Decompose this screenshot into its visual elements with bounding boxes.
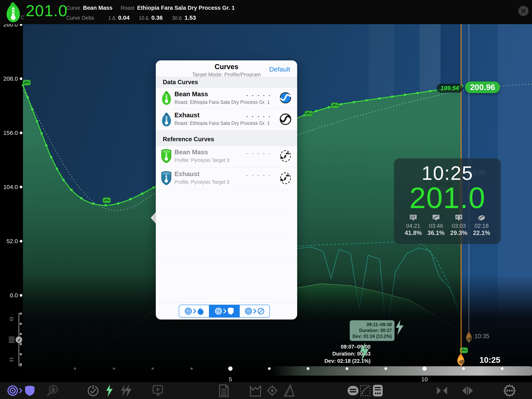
cupping-button[interactable] [347,386,359,396]
settings-gear-icon[interactable] [503,384,516,397]
popover-arrow [151,212,156,224]
crosshair-button[interactable] [266,384,279,397]
roast-event-badge[interactable] [23,80,31,85]
curve-scale-slider[interactable] [9,313,22,366]
flame-thermometer-teal-icon [161,112,172,127]
angle-marker-icon [455,214,463,222]
y-tick: 104.0 [0,184,18,190]
flame-icon [197,308,204,315]
hatch-marker-icon [409,214,417,222]
curve-visible-toggle-on[interactable] [280,92,291,104]
segment-target-flame[interactable] [179,305,209,317]
current-roast-time: 10:25 [479,355,500,365]
row-detail-dots [247,175,270,176]
reference-row-bean-mass[interactable]: Bean Mass Profile: Pyrolysis Target 3 [156,145,297,167]
snapshot-button[interactable] [360,384,371,397]
segment-target-none[interactable] [240,305,270,317]
phase-stat-drying: 04:21 41.8% [403,214,424,237]
phase-stat-maillard: 03:46 36.1% [425,214,447,237]
curve-visible-toggle-off[interactable] [280,113,291,125]
shield-icon [228,308,234,315]
default-button[interactable]: Default [269,65,290,73]
analyzer-button[interactable] [283,384,295,397]
roast-event-badge[interactable] [331,103,339,108]
collapse-time-button[interactable] [436,384,448,397]
slider-menu-icon[interactable] [9,337,15,342]
close-icon[interactable] [518,6,528,16]
curve-delta-label: Curve Delta [66,15,94,21]
y-tick: 52.0 [0,238,18,245]
reference-toggle-dashed[interactable] [280,172,291,184]
roast-value[interactable]: Ethiopia Fara Sala Dry Process Gr. 1 [137,5,235,11]
curves-popover: Curves Target Mode: Profile/Program Defa… [156,60,297,320]
segment-target-profile[interactable] [209,305,240,317]
double-heat-event-button[interactable] [120,384,132,397]
curve-value[interactable]: Bean Mass [83,5,113,11]
none-icon [257,308,265,315]
target-mode-segmented-control [179,305,270,318]
phase-stat-finish: 02:18 22.1% [471,214,492,237]
roast-app: 260.0 208.0 156.0 104.0 52.0 0.0 5 10 C … [0,0,532,399]
add-note-button[interactable] [152,384,164,397]
y-axis-dots [20,23,22,297]
reference-curves-section: Reference Curves [156,130,297,146]
phase-stat-development: 03:03 29.3% [448,214,469,237]
delta-30-label: 30 Δ [172,15,182,21]
projected-end-time: 10:35 [474,333,489,340]
shield-thermometer-green-icon [161,149,172,163]
delta-30-value: 1.53 [185,14,196,21]
live-readout-panel[interactable]: 10:25 201.0 04:21 41.8% 03:46 36.1% [394,158,501,244]
delta-10-label: 10 Δ [139,15,149,21]
phase-lightning-icon-active [359,342,370,360]
line-marker-icon [432,214,440,222]
curves-tool-button[interactable] [7,385,36,396]
curve-label: Curve [66,5,80,11]
y-tick: 156.0 [0,129,18,136]
bottom-toolbar [0,382,532,399]
heat-event-button[interactable] [104,384,114,397]
row-detail-dots [247,95,270,96]
y-tick: 0.0 [0,292,18,299]
reference-toggle-dashed[interactable] [280,150,291,162]
curve-row-exhaust[interactable]: Exhaust Roast: Ethiopia Fara Sala Dry Pr… [156,108,297,130]
roast-event-badge[interactable] [305,111,313,116]
panel-temp: 201.0 [394,181,501,215]
roast-event-badge[interactable] [103,198,111,203]
flame-thermometer-green-icon [161,90,172,105]
phase-tooltip: 09:11–09:38 Duration: 00:27 Dev: 01:24 (… [350,320,394,341]
curve-row-bean-mass[interactable]: Bean Mass Roast: Ethiopia Fara Sala Dry … [156,87,297,108]
x-tick-5: 5 [229,376,232,383]
data-table-button[interactable] [372,384,383,397]
slider-up-down-icon[interactable] [9,317,14,362]
previous-value-pill: 199.54 [437,84,463,93]
bean-mass-flame-icon [4,1,22,23]
top-status-bar: C 201.0 Curve Bean Mass Roast Ethiopia F… [0,0,532,24]
timeline-scrubber[interactable] [271,366,532,376]
data-curves-section: Data Curves [156,77,297,87]
y-tick: 208.0 [0,75,18,82]
coffee-bean-icon [477,214,486,222]
delta-10-value: 0.36 [151,14,163,21]
shield-thermometer-teal-icon [161,171,172,185]
row-detail-dots [247,153,270,154]
delta-1-label: 1 Δ [108,15,115,21]
row-detail-dots [247,116,270,117]
expand-time-button[interactable] [461,384,474,397]
phase-lightning-icon [395,320,404,335]
roast-log-button[interactable] [218,384,230,397]
search-roast-button[interactable] [46,384,59,397]
current-temp-readout: 201.0 [26,1,68,20]
current-value-pill: 200.96 [465,81,500,93]
reference-row-exhaust[interactable]: Exhaust Profile: Pyrolysis Target 3 [156,167,297,189]
roast-complete-button[interactable] [87,384,99,397]
temp-unit: C [21,14,24,20]
x-tick-10: 10 [421,376,428,383]
roast-label: Roast [121,5,134,11]
delta-1-value: 0.04 [118,14,129,21]
chart-style-button[interactable] [249,384,262,397]
